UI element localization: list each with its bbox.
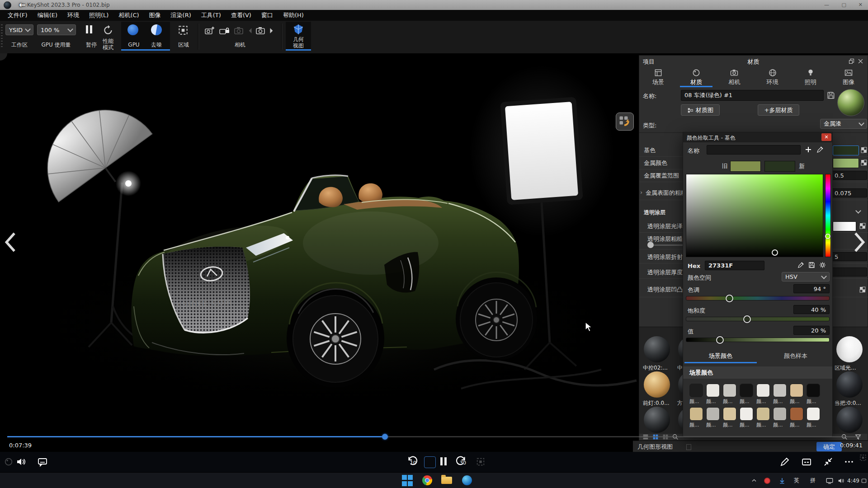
add-color-icon[interactable]: [804, 145, 812, 154]
edit-pencil-icon[interactable]: [779, 456, 790, 467]
cc-thickness-input[interactable]: [831, 267, 867, 277]
record-indicator-icon[interactable]: [764, 473, 770, 488]
dialog-title-bar[interactable]: 颜色拾取工具 - 基色 ✕: [683, 132, 832, 142]
color-swatch[interactable]: [790, 407, 803, 421]
material-preview-ball[interactable]: [837, 89, 864, 116]
menu-image[interactable]: 图像: [144, 11, 166, 19]
danmaku-icon[interactable]: [37, 456, 48, 467]
skip-back-10-button[interactable]: 10: [406, 455, 420, 470]
next-video-arrow-icon[interactable]: [852, 231, 868, 253]
download-indicator-icon[interactable]: [778, 473, 786, 488]
menu-view[interactable]: 查看(V): [226, 11, 256, 19]
save-color-icon[interactable]: [808, 261, 816, 269]
color-swatch[interactable]: [706, 407, 720, 421]
color-swatch[interactable]: [689, 384, 703, 397]
color-swatch[interactable]: [689, 407, 703, 421]
color-swatch[interactable]: [723, 384, 736, 397]
tab-image[interactable]: 图像: [830, 67, 868, 87]
gear-icon[interactable]: [819, 261, 826, 269]
minimize-button[interactable]: —: [824, 2, 829, 8]
color-swatch[interactable]: [740, 407, 753, 421]
saturation-input[interactable]: 40 %: [793, 305, 830, 314]
material-name-input[interactable]: 08 车漆(绿色) #1: [681, 90, 824, 101]
lock-camera-icon[interactable]: [219, 25, 230, 36]
ime-pinyin[interactable]: 拼: [810, 473, 816, 488]
tab-environment[interactable]: 环境: [754, 67, 792, 87]
workspace-select[interactable]: YSID: [5, 24, 33, 35]
save-material-icon[interactable]: [826, 91, 835, 100]
display-tray-icon[interactable]: [826, 473, 834, 488]
metal-coverage-input[interactable]: 0.5: [831, 171, 867, 180]
exit-fullscreen-icon[interactable]: [823, 456, 834, 467]
picker-name-input[interactable]: [707, 145, 801, 155]
texture-slot-icon[interactable]: [859, 222, 866, 230]
maximize-button[interactable]: ▢: [842, 2, 846, 8]
sv-indicator[interactable]: [772, 249, 778, 256]
file-explorer-icon[interactable]: [441, 474, 453, 486]
menu-lighting[interactable]: 照明(L): [84, 11, 113, 19]
geometry-view-icon[interactable]: [292, 23, 304, 35]
clock[interactable]: 4:49: [847, 473, 859, 488]
skip-forward-30-button[interactable]: 30: [456, 455, 470, 470]
camera-reset-icon[interactable]: [233, 25, 244, 36]
tray-expand-chevron[interactable]: [750, 473, 758, 488]
library-material-thumb[interactable]: [836, 371, 863, 398]
color-swatch[interactable]: [773, 407, 787, 421]
tab-scene-colors[interactable]: 场景颜色: [684, 352, 757, 360]
saturation-slider-handle[interactable]: [743, 315, 751, 323]
texture-slot-icon[interactable]: [860, 146, 868, 154]
menu-window[interactable]: 窗口: [256, 11, 278, 19]
color-swatch[interactable]: [756, 407, 770, 421]
ime-english[interactable]: 英: [794, 473, 799, 488]
multi-layer-material-button[interactable]: +多层材质: [758, 104, 799, 116]
denoise-toggle-icon[interactable]: [151, 24, 162, 35]
metal-color-swatch[interactable]: [833, 158, 859, 168]
tab-color-samples[interactable]: 颜色样本: [760, 352, 832, 360]
hue-input[interactable]: 94 °: [793, 284, 830, 293]
eyedropper-icon[interactable]: [816, 145, 824, 154]
base-color-swatch[interactable]: [833, 145, 859, 155]
color-swatch[interactable]: [756, 384, 770, 397]
viewport-widget-icon[interactable]: [616, 113, 634, 131]
video-progress-handle[interactable]: [382, 434, 388, 440]
ok-button[interactable]: 确定: [816, 442, 842, 451]
region-render-icon[interactable]: [177, 24, 189, 36]
start-button[interactable]: [401, 474, 414, 487]
menu-tools[interactable]: 工具(T): [196, 11, 226, 19]
color-swatch[interactable]: [773, 384, 787, 397]
tab-camera[interactable]: 相机: [715, 67, 753, 87]
browser-icon[interactable]: [421, 474, 433, 486]
texture-slot-icon[interactable]: [859, 286, 866, 293]
render-viewport[interactable]: YSIDKE.COM: [0, 53, 639, 445]
gpu-toggle-icon[interactable]: [127, 24, 138, 35]
video-progress-track[interactable]: [7, 436, 861, 437]
volume-icon[interactable]: [15, 456, 26, 467]
library-material-thumb[interactable]: [836, 336, 863, 362]
material-graph-button[interactable]: 材质图: [681, 104, 720, 116]
add-camera-icon[interactable]: [204, 25, 215, 36]
material-type-select[interactable]: 金属漆: [820, 119, 867, 129]
value-slider-handle[interactable]: [716, 336, 724, 344]
pause-button[interactable]: [85, 25, 93, 35]
color-swatch[interactable]: [740, 384, 753, 397]
tab-lighting[interactable]: 照明: [792, 67, 830, 87]
texture-slot-icon[interactable]: [860, 159, 868, 166]
value-slider[interactable]: [686, 338, 830, 342]
menu-environment[interactable]: 环境: [62, 11, 84, 19]
previous-video-arrow-icon[interactable]: [2, 231, 18, 253]
performance-mode-icon[interactable]: [102, 24, 114, 36]
library-material-thumb[interactable]: [836, 407, 863, 433]
close-button[interactable]: ✕: [859, 2, 863, 8]
hex-input[interactable]: 27331F: [705, 261, 764, 270]
cc-roughness-slider-handle[interactable]: [647, 242, 654, 248]
menu-edit[interactable]: 编辑(E): [33, 11, 62, 19]
close-panel-icon[interactable]: [857, 58, 864, 65]
value-input[interactable]: 20 %: [793, 326, 830, 335]
metal-roughness-input[interactable]: 0.075: [831, 188, 867, 197]
tab-scene[interactable]: 场景: [639, 67, 677, 87]
float-panel-icon[interactable]: [848, 58, 855, 65]
notification-center-icon[interactable]: [861, 473, 867, 488]
play-pause-button[interactable]: [439, 457, 448, 467]
clearcoat-gloss-swatch[interactable]: [833, 221, 856, 231]
color-swatch[interactable]: [807, 384, 820, 397]
